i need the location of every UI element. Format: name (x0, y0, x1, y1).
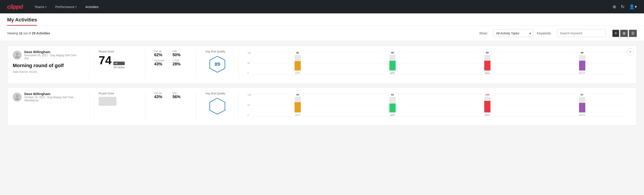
y-label-50: 50 (248, 62, 251, 64)
bar-group-putt: 89 PUTT (536, 51, 628, 74)
search-input[interactable] (557, 30, 606, 37)
bar-outer-arg-2 (484, 97, 490, 112)
stats-section: FW Hit 62% GIR 50% Up/Down 43% 1 Putt 28… (150, 50, 191, 79)
bar-outer-putt-2 (579, 97, 585, 112)
score-placeholder (99, 97, 116, 106)
stat-fw-hit-value: 62% (154, 53, 169, 57)
nav-performance[interactable]: Performance ▾ (54, 5, 78, 9)
bar-fill-ott-2 (294, 102, 301, 112)
bar-outer-app (390, 55, 396, 70)
show-label: Show: (479, 32, 488, 35)
user-date: December 05, 2021 · Gog Magog Golf Club … (24, 54, 79, 60)
bar-fill-app-2 (390, 104, 396, 112)
bar-group-arg: 89 ARG (442, 51, 533, 74)
compact-view-button[interactable]: ☰ (629, 30, 637, 37)
nav-performance-label: Performance (55, 5, 74, 9)
app-logo[interactable]: clippd (7, 3, 23, 10)
activity-card: ✏ Dave Billingham December 05, 2021 · Go… (7, 45, 637, 84)
stat-updown-value: 43% (154, 62, 169, 66)
svg-point-0 (16, 53, 18, 56)
avg-shot-quality-label-2: Avg Shot Quality (205, 92, 225, 95)
main-content: ✏ Dave Billingham December 05, 2021 · Go… (0, 41, 644, 130)
hexagon-container: 89 (205, 55, 230, 73)
hexagon-2 (208, 97, 226, 115)
user-menu-icon[interactable]: 👤▾ (629, 4, 637, 9)
nav-activities-label: Activities (86, 5, 99, 9)
card-divider-4 (238, 50, 238, 79)
add-circle-icon[interactable]: ⊕ (612, 4, 616, 9)
hexagon-number: 89 (215, 61, 220, 67)
bar-fill-putt-2 (579, 103, 585, 112)
bar-fill-arg-2 (484, 101, 490, 112)
quality-section: Avg Shot Quality 89 (202, 50, 233, 79)
activity-type-select[interactable]: All Activity Types (493, 30, 533, 37)
bar-group-app: 90 APP (347, 51, 438, 74)
chevron-down-icon: ▾ (45, 6, 46, 8)
bar-group-app-2: 82 APP (347, 93, 438, 116)
stat-fw-hit-label: FW Hit (154, 50, 169, 53)
stats-section-2: FW Hit 43% GIR 56% (150, 92, 191, 121)
bar-fill-app (390, 61, 396, 70)
y-label-100: 100 (248, 52, 251, 54)
refresh-icon[interactable]: ↻ (621, 4, 624, 9)
page-title: My Activities (7, 17, 37, 26)
page-header: My Activities (0, 14, 644, 26)
round-score-label-2: Round Score (99, 92, 136, 95)
svg-point-1 (15, 56, 20, 58)
stat-updown: Up/Down 43% (154, 59, 169, 66)
svg-marker-5 (210, 98, 225, 114)
activity-name: Morning round of golf (13, 63, 79, 68)
user-name-2: Dave Billingham (24, 92, 79, 96)
stat-fw-hit-label-2: FW Hit (154, 92, 169, 94)
stats-grid: FW Hit 62% GIR 50% Up/Down 43% 1 Putt 28… (154, 50, 187, 66)
y-label-100-2: 100 (248, 94, 251, 96)
bar-group-ott-2: 94 OTT (252, 93, 344, 116)
stat-gir-value: 50% (172, 53, 187, 57)
stat-gir-2: GIR 56% (172, 92, 187, 99)
nav-activities[interactable]: Activities (84, 5, 100, 9)
bar-group-ott: 85 OTT (252, 51, 344, 74)
stat-fw-hit-value-2: 43% (154, 94, 169, 99)
stat-updown-label: Up/Down (154, 59, 169, 62)
card-divider-2 (145, 50, 145, 79)
round-score-label: Round Score (99, 50, 136, 53)
chart-wrapper: 100 50 0 85 (248, 50, 628, 79)
stats-grid-2: FW Hit 43% GIR 56% (154, 92, 187, 99)
nav-teams[interactable]: Teams ▾ (34, 5, 47, 9)
nav-icons: ⊕ ↻ 👤▾ (612, 4, 637, 9)
chart-wrapper-2: 100 50 0 94 OTT (248, 92, 628, 121)
round-score-row: 74 +4 18 Holes (99, 54, 136, 69)
avatar (13, 51, 22, 60)
user-date-2: October 16, 2021 · Gog Magog Golf Club -… (24, 96, 79, 102)
chart-section: 100 50 0 85 (244, 50, 631, 79)
stat-1putt-value: 28% (172, 62, 187, 66)
bar-outer-ott-2 (294, 97, 301, 112)
card-divider (90, 50, 90, 79)
filters-row: Viewing 12 out of 29 Activities Show: Al… (0, 26, 644, 41)
viewing-count-text: Viewing 12 out of 29 Activities (7, 32, 50, 35)
stat-gir-label-2: GIR (172, 92, 187, 94)
nav-teams-label: Teams (34, 5, 44, 9)
list-view-button[interactable]: ≡ (612, 30, 619, 37)
bar-outer-arg (484, 55, 490, 70)
hexagon: 89 (208, 55, 226, 73)
grid-view-button[interactable]: ⊞ (620, 30, 628, 37)
stat-1putt: 1 Putt 28% (172, 59, 187, 66)
user-details-2: Dave Billingham October 16, 2021 · Gog M… (24, 92, 79, 102)
card-left-2: Dave Billingham October 16, 2021 · Gog M… (13, 92, 84, 121)
bar-fill-arg (484, 61, 490, 70)
stat-gir: GIR 50% (172, 50, 187, 57)
activity-type-select-wrapper[interactable]: All Activity Types (493, 30, 533, 37)
card-divider-6 (145, 92, 145, 121)
data-source: Data Source: Arccos (13, 70, 79, 74)
chart-section-2: 100 50 0 94 OTT (244, 92, 631, 121)
bar-outer-app-2 (390, 97, 396, 112)
y-label-0: 0 (248, 72, 251, 74)
card-divider-5 (90, 92, 90, 121)
keywords-label: Keywords: (537, 32, 552, 35)
score-badge: +4 (113, 62, 125, 65)
stat-gir-label: GIR (172, 50, 187, 53)
avatar-2 (13, 92, 22, 102)
card-left: Dave Billingham December 05, 2021 · Gog … (13, 50, 84, 79)
user-name: Dave Billingham (24, 50, 79, 54)
